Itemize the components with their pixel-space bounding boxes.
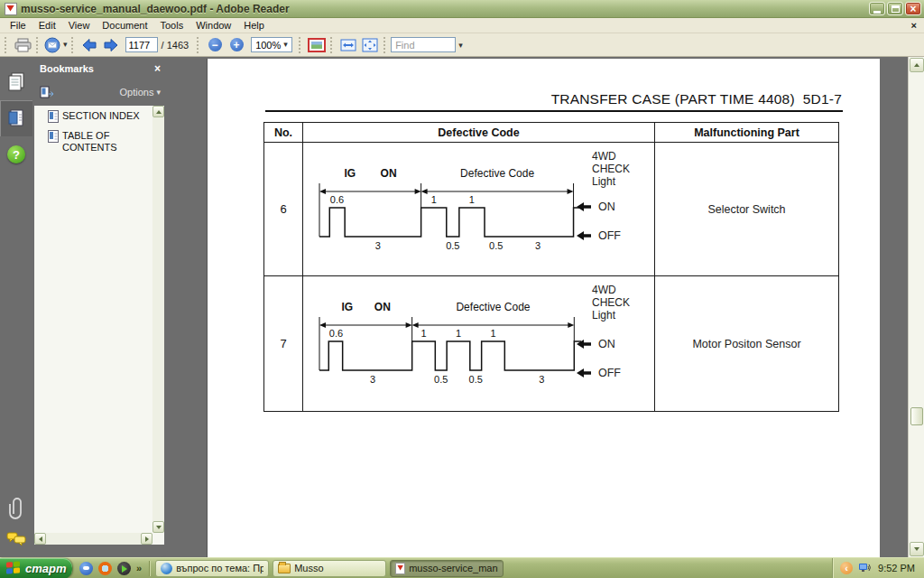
svg-text:0.6: 0.6 [329, 328, 343, 339]
toolbar-grip [383, 37, 388, 53]
restore-button[interactable] [887, 2, 903, 15]
window-title: musso-service_manual_daewoo.pdf - Adobe … [21, 3, 869, 15]
adobe-reader-window: musso-service_manual_daewoo.pdf - Adobe … [0, 0, 924, 578]
bookmarks-horizontal-scrollbar[interactable] [34, 533, 152, 545]
zoom-level-select[interactable]: 100% ▾ [251, 37, 292, 52]
bookmarks-tab[interactable] [0, 100, 32, 136]
4wd-check-light-label: 4WD CHECK Light [592, 150, 655, 188]
system-tray: ‹ 9:52 PM [832, 558, 924, 578]
next-page-button[interactable] [100, 35, 122, 55]
document-scrollbar[interactable] [908, 57, 924, 557]
display-tray-icon[interactable] [858, 562, 873, 574]
main-area: ? Bookmarks × [0, 57, 924, 557]
menu-edit[interactable]: Edit [32, 19, 62, 32]
bookmarks-options-button[interactable]: Options ▾ [120, 87, 161, 98]
close-button[interactable]: × [905, 2, 921, 15]
scroll-up-button[interactable] [152, 106, 164, 117]
scroll-down-button[interactable] [910, 542, 924, 556]
svg-text:Defective Code: Defective Code [456, 301, 530, 313]
scroll-up-button[interactable] [910, 58, 924, 72]
bookmark-item-section-index[interactable]: SECTION INDEX [34, 106, 152, 126]
email-dropdown-caret: ▾ [63, 41, 68, 49]
waveform-cell: IGONDefective Code0.61130.50.53 4WD CHEC… [303, 143, 655, 276]
zoom-in-icon: + [230, 38, 244, 51]
zoom-in-button[interactable]: + [226, 35, 247, 55]
media-player-icon[interactable] [117, 562, 131, 575]
light-off-indicator: OFF [577, 229, 621, 242]
bookmarks-panel: Bookmarks × Options ▾ [32, 57, 168, 557]
arrow-left-icon [577, 231, 592, 240]
defective-code-waveform-6: IGONDefective Code0.61130.50.53 [312, 155, 592, 256]
bookmarks-close-icon[interactable]: × [154, 62, 161, 75]
taskbar-task-folder[interactable]: Musso [273, 560, 386, 577]
find-dropdown-caret[interactable]: ▾ [458, 41, 463, 50]
menu-document[interactable]: Document [96, 19, 153, 32]
messenger-icon[interactable] [79, 562, 93, 575]
previous-page-button[interactable] [79, 35, 100, 55]
bookmark-item-table-of-contents[interactable]: TABLE OF CONTENTS [34, 126, 152, 156]
scroll-left-button[interactable] [34, 533, 46, 545]
help-tab[interactable]: ? [0, 136, 32, 172]
bookmark-icon [48, 130, 59, 143]
menu-window[interactable]: Window [189, 19, 237, 32]
page-number-input[interactable] [125, 37, 158, 52]
scroll-right-button[interactable] [141, 533, 152, 545]
find-input[interactable] [391, 37, 456, 52]
arrow-left-icon [577, 368, 592, 378]
toolbar-grip [299, 37, 303, 53]
minimize-button[interactable] [869, 2, 885, 15]
attachments-paperclip-icon[interactable] [8, 496, 24, 519]
start-button[interactable]: старт [0, 558, 72, 578]
bookmarks-icon [6, 108, 26, 128]
fullscreen-button[interactable] [306, 35, 328, 55]
svg-text:1: 1 [490, 328, 495, 339]
scroll-down-button[interactable] [152, 521, 164, 533]
menu-bar: File Edit View Document Tools Window Hel… [0, 18, 924, 33]
quick-launch: » [72, 562, 149, 575]
close-icon: × [910, 4, 916, 14]
toolbar: ▾ / 1463 − + 100% ▾ [0, 33, 924, 57]
bookmark-icon [48, 110, 59, 123]
menu-file[interactable]: File [4, 19, 32, 32]
light-on-indicator: ON [577, 200, 615, 213]
scroll-left-icon [39, 536, 42, 542]
quick-launch-overflow-icon[interactable]: » [136, 563, 142, 573]
scrollbar-thumb[interactable] [910, 407, 923, 425]
expand-current-bookmark-icon[interactable] [40, 86, 54, 98]
bookmarks-panel-title: Bookmarks [40, 63, 94, 74]
fit-page-icon [362, 38, 378, 52]
pages-tab[interactable] [0, 64, 32, 100]
svg-text:Defective Code: Defective Code [460, 167, 534, 180]
menu-view[interactable]: View [62, 19, 97, 32]
svg-text:0.5: 0.5 [446, 240, 459, 251]
zoom-out-button[interactable]: − [204, 35, 226, 55]
restore-icon [892, 5, 900, 13]
fit-width-button[interactable] [337, 35, 359, 55]
pdf-file-icon [395, 563, 405, 574]
taskbar-task-pdf[interactable]: musso-service_manu... [390, 560, 504, 577]
browser-icon[interactable] [98, 562, 112, 575]
menu-help[interactable]: Help [237, 19, 271, 32]
taskbar-task-browser[interactable]: въпрос по тема: Про... [155, 560, 269, 577]
svg-text:1: 1 [431, 194, 437, 205]
document-close-icon[interactable]: × [911, 20, 917, 31]
comments-icon[interactable] [6, 532, 26, 546]
bookmarks-vertical-scrollbar[interactable] [152, 106, 164, 533]
svg-text:1: 1 [469, 194, 475, 205]
toolbar-grip [5, 37, 9, 53]
svg-text:3: 3 [539, 374, 544, 385]
svg-text:1: 1 [456, 328, 461, 339]
scroll-down-icon [156, 526, 162, 529]
menu-tools[interactable]: Tools [154, 19, 190, 32]
print-button[interactable] [12, 35, 33, 55]
tray-collapse-icon[interactable]: ‹ [840, 562, 853, 574]
arrow-left-icon [81, 38, 97, 52]
zoom-out-icon: − [208, 38, 222, 51]
svg-text:ON: ON [381, 167, 397, 180]
email-icon [44, 37, 62, 53]
svg-text:1: 1 [420, 328, 426, 339]
4wd-check-light-label: 4WD CHECK Light [592, 284, 655, 322]
email-button[interactable]: ▾ [43, 35, 69, 55]
fit-width-icon [340, 39, 356, 51]
fit-page-button[interactable] [359, 35, 381, 55]
